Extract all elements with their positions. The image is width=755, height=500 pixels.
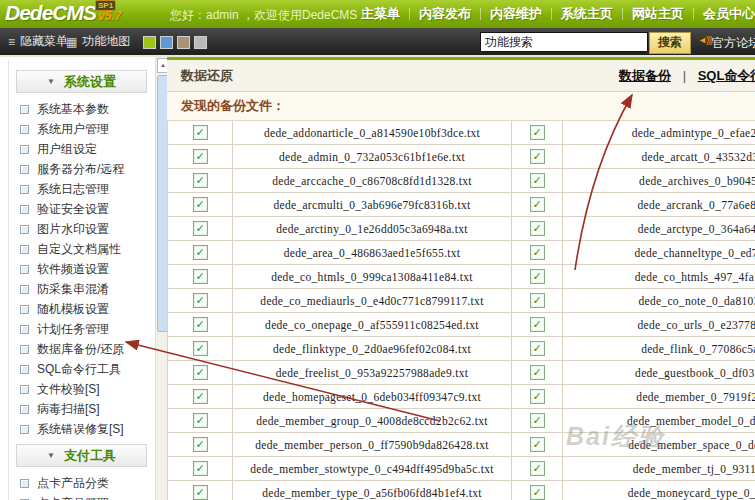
sidebar-item-label: 文件校验[S] — [37, 381, 100, 398]
file-checkbox[interactable]: ✓ — [193, 317, 208, 332]
file-checkbox[interactable]: ✓ — [530, 149, 545, 164]
sidebar-item[interactable]: 文件校验[S] — [0, 379, 155, 399]
file-checkbox[interactable]: ✓ — [530, 245, 545, 260]
file-checkbox[interactable]: ✓ — [193, 173, 208, 188]
search-input[interactable] — [480, 32, 648, 52]
sql-tool-link[interactable]: SQL命令行工具 — [698, 68, 755, 83]
sidebar-item-label: 随机模板设置 — [37, 301, 109, 318]
search-button[interactable]: 搜索 — [649, 32, 691, 54]
checkbox-check-icon: ✓ — [195, 151, 204, 162]
sidebar-item[interactable]: 点卡产品管理 — [0, 493, 155, 500]
file-checkbox[interactable]: ✓ — [530, 317, 545, 332]
checkbox-cell: ✓ — [168, 385, 233, 408]
sidebar-item[interactable]: 系统错误修复[S] — [0, 419, 155, 439]
sidebar-item[interactable]: 防采集串混淆 — [0, 279, 155, 299]
sidebar-section-title: 支付工具 — [64, 447, 116, 465]
hide-menu-button[interactable]: ≡ 隐藏菜单 — [8, 28, 68, 55]
file-name-cell: dede_freelist_0_953a92257988ade9.txt — [233, 361, 512, 384]
nav-item[interactable]: 内容发布 — [410, 5, 480, 23]
checkbox-check-icon: ✓ — [195, 487, 204, 498]
feature-map-button[interactable]: ▦ 功能地图 — [66, 28, 130, 55]
file-name-cell: dede_arctype_0_364a64c551b4 — [563, 217, 755, 240]
sidebar-item[interactable]: 图片水印设置 — [0, 219, 155, 239]
file-checkbox[interactable]: ✓ — [530, 125, 545, 140]
sidebar-item[interactable]: 系统用户管理 — [0, 119, 155, 139]
nav-item[interactable]: 网站主页 — [623, 5, 693, 23]
table-row: ✓dede_flinktype_0_2d0ae96fef02c084.txt✓d… — [168, 337, 755, 361]
sidebar-item[interactable]: 验证安全设置 — [0, 199, 155, 219]
skin-swatch[interactable] — [143, 36, 156, 49]
file-checkbox[interactable]: ✓ — [193, 341, 208, 356]
file-checkbox[interactable]: ✓ — [193, 461, 208, 476]
checkbox-check-icon: ✓ — [532, 487, 541, 498]
file-checkbox[interactable]: ✓ — [530, 485, 545, 500]
skin-swatch[interactable] — [177, 36, 190, 49]
nav-item[interactable]: 内容维护 — [481, 5, 551, 23]
nav-item[interactable]: 会员中心 — [694, 5, 755, 23]
bullet-icon — [20, 325, 29, 334]
file-checkbox[interactable]: ✓ — [193, 413, 208, 428]
file-name-cell: dede_arcatt_0_43532d3d8191 — [563, 145, 755, 168]
file-checkbox[interactable]: ✓ — [193, 149, 208, 164]
backup-file-name: dede_member_person_0_ff7590b9da826428.tx… — [255, 439, 488, 451]
file-checkbox[interactable]: ✓ — [530, 197, 545, 212]
file-checkbox[interactable]: ✓ — [193, 437, 208, 452]
file-checkbox[interactable]: ✓ — [530, 389, 545, 404]
file-checkbox[interactable]: ✓ — [193, 197, 208, 212]
file-checkbox[interactable]: ✓ — [193, 293, 208, 308]
file-checkbox[interactable]: ✓ — [193, 389, 208, 404]
skin-swatch[interactable] — [194, 36, 207, 49]
file-checkbox[interactable]: ✓ — [193, 245, 208, 260]
file-checkbox[interactable]: ✓ — [193, 125, 208, 140]
checkbox-cell: ✓ — [168, 409, 233, 432]
file-checkbox[interactable]: ✓ — [530, 221, 545, 236]
file-name-cell: dede_member_0_7919f201b335 — [563, 385, 755, 408]
bullet-icon — [20, 365, 29, 374]
sidebar-item[interactable]: SQL命令行工具 — [0, 359, 155, 379]
file-checkbox[interactable]: ✓ — [530, 365, 545, 380]
nav-item[interactable]: 主菜单 — [352, 5, 409, 23]
backup-file-name: dede_co_onepage_0_af555911c08254ed.txt — [265, 319, 479, 331]
sidebar-item[interactable]: 服务器分布/远程 — [0, 159, 155, 179]
file-name-cell: dede_arcmulti_0_3ab696e79fc8316b.txt — [233, 193, 512, 216]
panel-actions: 数据备份 | SQL命令行工具 — [619, 60, 755, 91]
chevron-down-icon: ▼ — [47, 77, 55, 86]
file-checkbox[interactable]: ✓ — [530, 413, 545, 428]
file-checkbox[interactable]: ✓ — [530, 173, 545, 188]
table-row: ✓dede_member_stowtype_0_c494dff495d9ba5c… — [168, 457, 755, 481]
file-checkbox[interactable]: ✓ — [193, 365, 208, 380]
table-row: ✓dede_admin_0_732a053c61bf1e6e.txt✓dede_… — [168, 145, 755, 169]
sidebar-item[interactable]: 用户组设定 — [0, 139, 155, 159]
sidebar-section-header[interactable]: ▼系统设置 — [16, 70, 147, 93]
nav-item[interactable]: 系统主页 — [552, 5, 622, 23]
sidebar-item[interactable]: 系统日志管理 — [0, 179, 155, 199]
file-checkbox[interactable]: ✓ — [530, 461, 545, 476]
file-checkbox[interactable]: ✓ — [193, 269, 208, 284]
sidebar-item-label: 数据库备份/还原 — [37, 341, 124, 358]
file-checkbox[interactable]: ✓ — [530, 293, 545, 308]
sidebar-item[interactable]: 系统基本参数 — [0, 99, 155, 119]
file-checkbox[interactable]: ✓ — [530, 437, 545, 452]
file-checkbox[interactable]: ✓ — [193, 221, 208, 236]
sidebar-item[interactable]: 软件频道设置 — [0, 259, 155, 279]
sidebar-item[interactable]: 随机模板设置 — [0, 299, 155, 319]
sidebar-item[interactable]: 病毒扫描[S] — [0, 399, 155, 419]
table-row: ✓dede_co_htmls_0_999ca1308a411e84.txt✓de… — [168, 265, 755, 289]
sidebar-section-header[interactable]: ▼支付工具 — [16, 444, 147, 467]
file-checkbox[interactable]: ✓ — [193, 485, 208, 500]
forum-link[interactable]: 官方论坛 — [712, 35, 755, 52]
checkbox-cell: ✓ — [512, 265, 563, 288]
sidebar-item[interactable]: 计划任务管理 — [0, 319, 155, 339]
hide-menu-label: 隐藏菜单 — [20, 33, 68, 50]
sidebar-item[interactable]: 数据库备份/还原 — [0, 339, 155, 359]
sidebar-item-label: 软件频道设置 — [37, 261, 109, 278]
data-backup-link[interactable]: 数据备份 — [619, 68, 671, 83]
main-content: 数据还原 数据备份 | SQL命令行工具 发现的备份文件： ✓dede_addo… — [167, 57, 755, 500]
greeting-text: 您好：admin ，欢迎使用DedeCMS！ — [170, 7, 369, 24]
skin-swatch[interactable] — [160, 36, 173, 49]
file-checkbox[interactable]: ✓ — [530, 269, 545, 284]
sidebar-item[interactable]: 点卡产品分类 — [0, 473, 155, 493]
sidebar-item[interactable]: 自定义文档属性 — [0, 239, 155, 259]
checkbox-cell: ✓ — [512, 313, 563, 336]
file-checkbox[interactable]: ✓ — [530, 341, 545, 356]
